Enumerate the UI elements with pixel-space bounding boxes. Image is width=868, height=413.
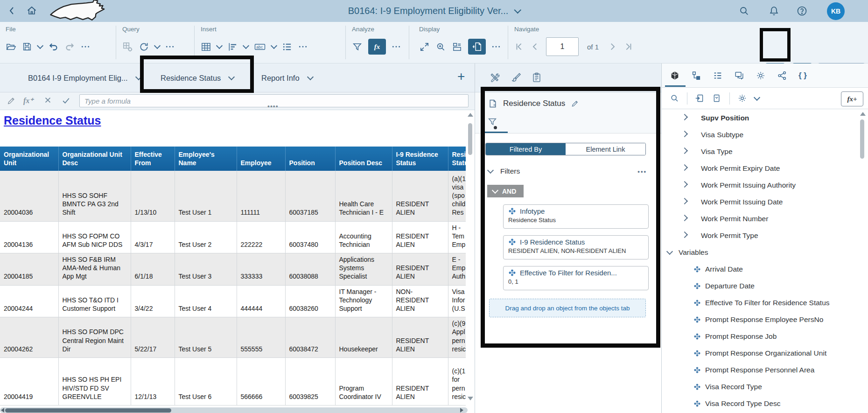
report-block-title[interactable]: Residence Status <box>4 114 101 127</box>
cell-position[interactable]: 60039825 <box>285 357 335 405</box>
insert-chart-chevron-icon[interactable] <box>243 42 249 49</box>
page-mode-button[interactable] <box>468 39 486 55</box>
braces-script-tab-icon[interactable]: { } <box>798 71 807 80</box>
search-icon[interactable] <box>738 5 750 17</box>
formula-mode-button[interactable]: fx <box>368 39 386 55</box>
chevron-right-icon[interactable] <box>681 231 688 238</box>
cell-org-unit-desc[interactable]: HHS SO FOPM CO AFM Sub NICP DDS <box>58 221 131 253</box>
last-page-icon[interactable] <box>623 42 633 52</box>
cell-position[interactable]: 60038260 <box>285 285 335 317</box>
column-header[interactable]: Employee <box>237 147 285 171</box>
cell-effective-from[interactable]: 3/4/22 <box>131 285 175 317</box>
filter-funnel-icon[interactable] <box>352 42 363 52</box>
cell-residence-status[interactable]: (c)(9 Appl pern resic <box>448 317 466 358</box>
cell-position[interactable]: 60037185 <box>285 171 335 221</box>
cell-residence-status[interactable]: (a)(1 visa (spo child Res <box>448 171 466 221</box>
collapse-node-icon[interactable] <box>712 93 722 103</box>
settings-gear-tab-icon[interactable] <box>756 70 766 81</box>
chevron-right-icon[interactable] <box>681 198 688 204</box>
cell-effective-from[interactable]: 4/3/17 <box>131 221 175 253</box>
share-tab-icon[interactable] <box>777 70 787 81</box>
document-structure-tab-icon[interactable] <box>691 70 701 81</box>
chevron-right-icon[interactable] <box>681 147 688 154</box>
tree-item-visa-type[interactable]: Visa Type <box>662 143 868 160</box>
page-number-input[interactable] <box>546 37 579 56</box>
tree-variable-visa-record-type[interactable]: Visa Record Type <box>662 378 868 395</box>
objects-settings-gear-icon[interactable] <box>737 93 747 103</box>
report-vertical-scrollbar[interactable] <box>467 112 474 405</box>
insert-chart-icon[interactable] <box>227 42 238 52</box>
column-header[interactable]: Effective From <box>131 147 175 171</box>
cell-employee-name[interactable]: Test User 5 <box>175 317 237 358</box>
validate-formula-icon[interactable] <box>62 96 70 105</box>
first-page-icon[interactable] <box>514 42 525 52</box>
previous-page-icon[interactable] <box>530 42 540 52</box>
tree-item-visa-subtype[interactable]: Visa Subtype <box>662 126 868 143</box>
cell-org-unit-desc[interactable]: HHS SO SOHF BMNTC PA G3 2nd Shift <box>58 171 131 221</box>
tree-item-work-permit-number[interactable]: Work Permit Number <box>662 210 868 227</box>
outline-list-tab-icon[interactable] <box>713 70 723 81</box>
page-structure-icon[interactable] <box>452 42 462 52</box>
cell-effective-from[interactable]: 1/13/10 <box>131 171 175 221</box>
tree-item-work-permit-issuing-date[interactable]: Work Permit Issuing Date <box>662 194 868 210</box>
home-icon[interactable] <box>26 5 37 16</box>
notifications-bell-icon[interactable] <box>768 5 780 17</box>
next-page-icon[interactable] <box>607 42 617 52</box>
scroll-up-icon[interactable] <box>468 113 473 117</box>
cell-org-unit[interactable]: 20004244 <box>0 285 58 317</box>
tree-variable-effective-to-filter[interactable]: Effective To Filter for Residence Status <box>662 294 868 311</box>
tab-report-info-chevron-icon[interactable] <box>307 74 314 80</box>
tab-document[interactable]: B0164 I-9 Employment Elig... <box>28 63 141 92</box>
tree-variable-prompt-response-employee[interactable]: Prompt Response Employee PersNo <box>662 311 868 328</box>
cell-i9-status[interactable]: NON- RESIDENT ALIEN <box>392 285 448 317</box>
back-icon[interactable] <box>7 5 18 16</box>
cell-employee[interactable]: 566666 <box>237 357 285 405</box>
cell-employee-name[interactable]: Test User 3 <box>175 253 237 286</box>
document-title[interactable]: B0164: I-9 Employment Eligibility Ver... <box>348 0 520 22</box>
cell-employee-name[interactable]: Test User 4 <box>175 285 237 317</box>
cell-employee[interactable]: 555555 <box>237 317 285 358</box>
cell-residence-status[interactable]: Visa Infor (U.S <box>448 285 466 317</box>
edit-formula-pencil-icon[interactable] <box>7 96 16 105</box>
tools-icon[interactable] <box>489 72 500 83</box>
column-header[interactable]: I-9 Residence Status <box>392 147 448 171</box>
cell-org-unit-desc[interactable]: HHS SO HS PH EPI HIV/STD FD SV GREENVLLE <box>58 357 131 405</box>
insert-more-options-icon[interactable] <box>298 42 308 51</box>
vertical-scroll-thumb[interactable] <box>468 123 472 155</box>
create-variable-fx-icon[interactable]: fx⁺ <box>23 96 34 105</box>
tree-variable-arrival-date[interactable]: Arrival Date <box>662 261 868 278</box>
cell-effective-from[interactable]: 6/1/18 <box>131 253 175 286</box>
column-header[interactable]: Employee's Name <box>175 147 237 171</box>
cell-effective-from[interactable]: 5/22/17 <box>131 317 175 358</box>
tab-report-info[interactable]: Report Info <box>261 63 313 92</box>
cell-position-desc[interactable]: Program Coordinator IV <box>335 357 392 405</box>
cell-i9-status[interactable]: RESIDENT ALIEN <box>392 221 448 253</box>
comments-tab-icon[interactable] <box>734 70 744 81</box>
chevron-down-icon[interactable] <box>666 248 673 255</box>
cell-org-unit[interactable]: 20004419 <box>0 357 58 405</box>
cell-i9-status[interactable]: RESIDENT ALIEN <box>392 171 448 221</box>
cancel-formula-icon[interactable] <box>44 96 52 104</box>
cell-position-desc[interactable]: Applications Systems Specialist <box>335 253 392 286</box>
refresh-menu-chevron-icon[interactable] <box>154 42 161 49</box>
save-icon[interactable] <box>22 42 32 52</box>
fullscreen-icon[interactable] <box>419 42 430 52</box>
edit-query-icon[interactable] <box>122 42 133 52</box>
undo-icon[interactable] <box>48 42 59 52</box>
chevron-right-icon[interactable] <box>681 131 688 137</box>
open-document-icon[interactable] <box>6 42 16 52</box>
tree-item-work-permit-expiry-date[interactable]: Work Permit Expiry Date <box>662 160 868 177</box>
scroll-down-icon[interactable] <box>468 397 473 400</box>
objects-settings-chevron-icon[interactable] <box>754 94 760 100</box>
tree-variable-departure-date[interactable]: Departure Date <box>662 278 868 294</box>
query-more-options-icon[interactable] <box>165 42 175 51</box>
file-more-options-icon[interactable] <box>81 42 90 51</box>
column-header[interactable]: Organizational Unit <box>0 147 58 171</box>
cell-position-desc[interactable]: IT Manager - Technology Support <box>335 285 392 317</box>
cell-position-desc[interactable]: Accounting Technician <box>335 221 392 253</box>
notes-clipboard-icon[interactable] <box>531 72 542 83</box>
report-horizontal-scrollbar[interactable] <box>0 407 468 413</box>
display-more-options-icon[interactable] <box>491 42 501 51</box>
zoom-icon[interactable] <box>435 42 446 52</box>
cell-residence-status[interactable]: E - Emp Auth <box>448 253 466 286</box>
